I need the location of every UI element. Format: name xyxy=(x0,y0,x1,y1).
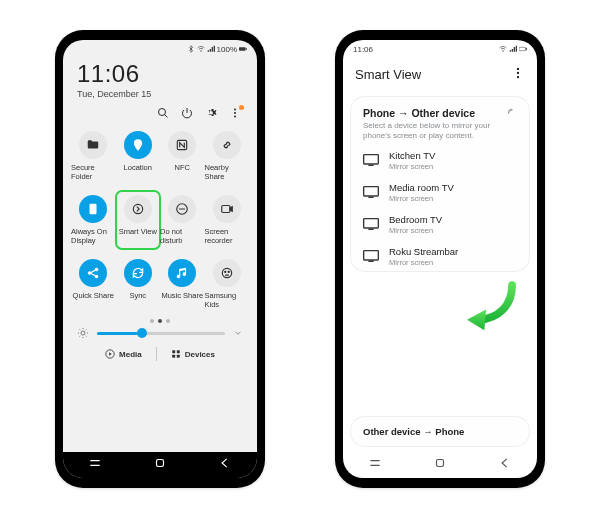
status-time: 11:06 xyxy=(353,45,373,54)
nav-home[interactable] xyxy=(433,456,447,474)
tile-music[interactable]: Music Share xyxy=(160,255,205,313)
qs-bottom-row: Media Devices xyxy=(63,341,257,365)
svg-point-13 xyxy=(88,271,92,275)
status-bar: 100% xyxy=(63,40,257,58)
tile-label: Quick Share xyxy=(73,291,114,300)
svg-rect-2 xyxy=(246,48,247,50)
qs-action-row xyxy=(63,99,257,123)
tv-icon xyxy=(363,250,379,262)
more-icon[interactable] xyxy=(229,107,241,119)
device-name: Kitchen TV xyxy=(389,150,435,161)
wifi-icon xyxy=(499,45,507,53)
tile-nfc[interactable]: NFC xyxy=(160,127,205,185)
svg-rect-33 xyxy=(364,187,379,196)
phone-quick-settings: 100% 11:06 Tue, December 15 xyxy=(55,30,265,488)
svg-rect-22 xyxy=(177,350,180,353)
tile-recorder[interactable]: Screen recorder xyxy=(205,191,250,249)
device-item[interactable]: Media room TVMirror screen xyxy=(363,182,517,203)
tile-location[interactable]: Location xyxy=(116,127,161,185)
loading-icon xyxy=(507,108,517,118)
svg-point-17 xyxy=(224,271,225,272)
signal-icon xyxy=(207,45,215,53)
tile-folder[interactable]: Secure Folder xyxy=(71,127,116,185)
android-navbar xyxy=(343,452,537,478)
devices-label: Devices xyxy=(185,350,215,359)
device-item[interactable]: Bedroom TVMirror screen xyxy=(363,214,517,235)
settings-icon[interactable] xyxy=(205,107,217,119)
svg-rect-32 xyxy=(364,155,379,164)
smart-view-header: Smart View xyxy=(343,58,537,91)
nav-back[interactable] xyxy=(218,456,232,474)
device-sub: Mirror screen xyxy=(389,226,442,235)
chevron-down-icon[interactable] xyxy=(233,328,243,338)
section-subtitle: Select a device below to mirror your pho… xyxy=(363,121,517,142)
tile-label: Samsung Kids xyxy=(205,291,250,309)
svg-point-31 xyxy=(517,76,519,78)
svg-rect-25 xyxy=(156,460,163,467)
svg-point-26 xyxy=(503,51,504,52)
aod-icon xyxy=(79,195,107,223)
svg-rect-35 xyxy=(364,251,379,260)
grid-icon xyxy=(171,349,181,359)
other-section-title: Other device → Phone xyxy=(363,426,517,437)
media-button[interactable]: Media xyxy=(105,349,142,359)
svg-point-4 xyxy=(234,109,236,111)
battery-icon xyxy=(239,45,247,53)
power-icon[interactable] xyxy=(181,107,193,119)
svg-rect-28 xyxy=(526,48,527,50)
device-sub: Mirror screen xyxy=(389,194,454,203)
svg-point-29 xyxy=(517,68,519,70)
svg-rect-10 xyxy=(91,206,96,212)
device-name: Media room TV xyxy=(389,182,454,193)
status-right xyxy=(499,45,527,53)
svg-point-0 xyxy=(200,51,201,52)
svg-point-16 xyxy=(222,268,231,277)
tile-label: Do not disturb xyxy=(160,227,205,245)
nav-recents[interactable] xyxy=(88,456,102,474)
nav-back[interactable] xyxy=(498,456,512,474)
screen: 11:06 Smart View Phone → Other device xyxy=(343,40,537,478)
tile-quickshare[interactable]: Quick Share xyxy=(71,255,116,313)
tv-icon xyxy=(363,218,379,230)
play-icon xyxy=(105,349,115,359)
device-to-phone-card[interactable]: Other device → Phone xyxy=(351,417,529,446)
nav-recents[interactable] xyxy=(368,456,382,474)
phone-to-device-card: Phone → Other device Select a device bel… xyxy=(351,97,529,271)
search-icon[interactable] xyxy=(157,107,169,119)
tile-label: Smart View xyxy=(119,227,157,236)
media-label: Media xyxy=(119,350,142,359)
folder-icon xyxy=(79,131,107,159)
devices-button[interactable]: Devices xyxy=(171,349,215,359)
device-name: Bedroom TV xyxy=(389,214,442,225)
nav-home[interactable] xyxy=(153,456,167,474)
device-item[interactable]: Roku StreambarMirror screen xyxy=(363,246,517,267)
tile-aod[interactable]: Always On Display xyxy=(71,191,116,249)
more-icon[interactable] xyxy=(511,66,525,83)
tile-dnd[interactable]: Do not disturb xyxy=(160,191,205,249)
status-bar: 11:06 xyxy=(343,40,537,58)
svg-point-7 xyxy=(136,142,139,145)
kids-icon xyxy=(213,259,241,287)
tile-kids[interactable]: Samsung Kids xyxy=(205,255,250,313)
dnd-icon xyxy=(168,195,196,223)
tile-label: Always On Display xyxy=(71,227,116,245)
tile-label: Nearby Share xyxy=(205,163,250,181)
brightness-slider[interactable] xyxy=(97,332,225,335)
svg-rect-21 xyxy=(172,350,175,353)
sun-icon xyxy=(77,327,89,339)
svg-point-5 xyxy=(234,112,236,114)
device-name: Roku Streambar xyxy=(389,246,458,257)
tile-share[interactable]: Nearby Share xyxy=(205,127,250,185)
svg-rect-12 xyxy=(222,206,230,213)
tile-smartview[interactable]: Smart View xyxy=(116,191,161,249)
tile-sync[interactable]: Sync xyxy=(116,255,161,313)
divider xyxy=(156,347,157,361)
svg-rect-24 xyxy=(177,355,180,358)
location-icon xyxy=(124,131,152,159)
device-item[interactable]: Kitchen TVMirror screen xyxy=(363,150,517,171)
page-title: Smart View xyxy=(355,67,421,82)
svg-rect-1 xyxy=(239,47,246,50)
battery-text: 100% xyxy=(217,45,237,54)
clock-date: Tue, December 15 xyxy=(77,89,243,99)
tile-label: Sync xyxy=(129,291,146,300)
